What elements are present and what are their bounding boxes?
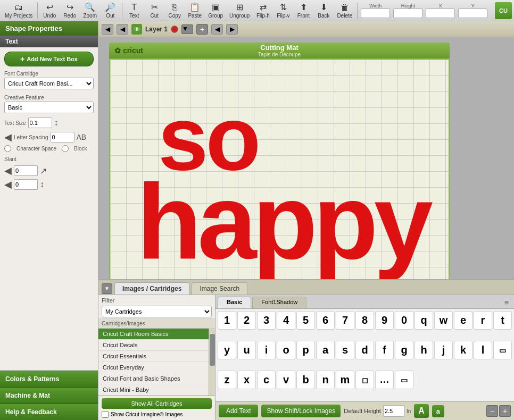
char-cell[interactable]: x	[237, 371, 256, 389]
layer-eye-button[interactable]: 👁	[131, 24, 142, 35]
colors-patterns-button[interactable]: Colors & Patterns	[0, 371, 98, 387]
char-cell[interactable]: b	[296, 371, 315, 389]
char-cell[interactable]: y	[218, 341, 236, 359]
list-item[interactable]: Cricut Craft Room Basics	[98, 329, 209, 340]
char-options-icon[interactable]: ≡	[501, 297, 512, 308]
char-space-radio[interactable]	[4, 145, 11, 152]
list-item[interactable]: Cricut Font and Basic Shapes	[98, 373, 209, 384]
flip-h-button[interactable]: ⇄ Flip-h	[253, 1, 272, 20]
block-space-radio[interactable]	[62, 145, 69, 152]
y-input[interactable]	[458, 9, 487, 18]
delete-button[interactable]: 🗑 Delete	[334, 1, 355, 20]
aa-lowercase-button[interactable]: a	[432, 405, 444, 417]
char-cell[interactable]: g	[395, 341, 413, 359]
cutting-mat-body[interactable]: so happy	[109, 58, 450, 279]
tab-images-cartridges[interactable]: Images / Cartridges	[114, 282, 189, 295]
char-cell[interactable]: o	[277, 341, 295, 359]
canvas-text-happy[interactable]: happy	[137, 161, 429, 279]
char-cell[interactable]: f	[375, 341, 394, 359]
zoom-button[interactable]: 🔍 Zoom	[80, 1, 100, 20]
char-cell[interactable]: ◻	[355, 371, 374, 389]
cartridges-scrollbar[interactable]	[209, 329, 215, 396]
char-cell[interactable]: z	[218, 371, 236, 389]
shift-lock-button[interactable]: Show Shift/Lock Images	[261, 405, 341, 417]
undo-button[interactable]: ↩ Undo	[40, 1, 59, 20]
x-input[interactable]	[426, 9, 455, 18]
out-button[interactable]: 🔎 Out	[101, 1, 120, 20]
char-cell[interactable]: r	[474, 311, 492, 330]
redo-button[interactable]: ↪ Redo	[60, 1, 79, 20]
char-cell[interactable]: 4	[277, 311, 295, 330]
char-cell[interactable]: t	[493, 311, 512, 330]
char-cell[interactable]: v	[277, 371, 295, 389]
layer-collapse-button[interactable]: ◀	[102, 24, 113, 35]
flip-v-button[interactable]: ⇅ Flip-v	[273, 1, 293, 20]
list-item[interactable]: Cricut Essentials	[98, 351, 209, 362]
text-button[interactable]: T Text	[125, 1, 144, 20]
machine-mat-button[interactable]: Machine & Mat	[0, 387, 98, 404]
minus-button[interactable]: −	[486, 405, 498, 417]
list-item[interactable]: Cricut Everyday	[98, 362, 209, 373]
char-cell[interactable]: j	[434, 341, 453, 359]
char-cell[interactable]: ▭	[493, 341, 512, 359]
char-cell[interactable]: k	[454, 341, 472, 359]
default-height-input[interactable]	[383, 405, 404, 417]
text-size-input[interactable]	[28, 117, 52, 128]
slant-input-1[interactable]	[14, 165, 38, 176]
char-cell[interactable]: 1	[218, 311, 236, 330]
cut-button[interactable]: ✂ Cut	[145, 1, 164, 20]
char-cell[interactable]: 8	[355, 311, 374, 330]
creative-feature-select[interactable]: Basic	[4, 102, 94, 113]
front-button[interactable]: ⬆ Front	[294, 1, 313, 20]
char-cell[interactable]: h	[414, 341, 433, 359]
tab-image-search[interactable]: Image Search	[192, 282, 247, 295]
char-cell[interactable]: m	[336, 371, 354, 389]
cut-action-button[interactable]: CU	[495, 2, 512, 19]
list-item[interactable]: Cricut Mini - Baby	[98, 384, 209, 396]
char-tab-basic[interactable]: Basic	[218, 297, 251, 308]
add-new-text-box-button[interactable]: + Add New Text Box	[4, 52, 94, 66]
char-cell[interactable]: 5	[296, 311, 315, 330]
add-text-button[interactable]: Add Text	[219, 405, 258, 417]
font-cartridge-select[interactable]: Cricut Craft Room Basi...	[4, 78, 94, 89]
char-cell[interactable]: 7	[336, 311, 354, 330]
paste-button[interactable]: 📋 Paste	[185, 1, 204, 20]
char-cell[interactable]: 0	[395, 311, 413, 330]
width-input[interactable]	[361, 9, 390, 18]
char-cell[interactable]: 3	[257, 311, 276, 330]
char-cell[interactable]: q	[414, 311, 433, 330]
char-cell[interactable]: …	[375, 371, 394, 389]
char-cell[interactable]: n	[316, 371, 335, 389]
filter-select[interactable]: My Cartridges	[102, 306, 212, 317]
letter-spacing-input[interactable]	[51, 132, 74, 142]
char-cell[interactable]: w	[434, 311, 453, 330]
back-button[interactable]: ⬇ Back	[314, 1, 333, 20]
layer-back-button[interactable]: ◀	[117, 24, 128, 35]
layer-prev-button[interactable]: ◀	[211, 24, 223, 35]
char-cell[interactable]: d	[355, 341, 374, 359]
char-cell[interactable]: i	[257, 341, 276, 359]
char-cell[interactable]: l	[474, 341, 492, 359]
char-tab-font1shadow[interactable]: Font1Shadow	[252, 297, 306, 308]
show-cricut-imagine-checkbox[interactable]	[102, 411, 109, 418]
list-item[interactable]: Cricut Decals	[98, 340, 209, 351]
slant-input-2[interactable]	[14, 179, 38, 190]
char-cell[interactable]: 9	[375, 311, 394, 330]
char-cell[interactable]: 6	[316, 311, 335, 330]
copy-button[interactable]: ⎘ Copy	[165, 1, 184, 20]
char-cell[interactable]: p	[296, 341, 315, 359]
help-feedback-button[interactable]: Help & Feedback	[0, 404, 98, 420]
char-cell[interactable]: c	[257, 371, 276, 389]
bottom-collapse-button[interactable]: ▼	[102, 283, 112, 294]
char-cell[interactable]: 2	[237, 311, 256, 330]
char-cell[interactable]: s	[336, 341, 354, 359]
char-cell[interactable]: u	[237, 341, 256, 359]
height-input[interactable]	[393, 9, 422, 18]
my-projects-button[interactable]: 🗂 My Projects	[2, 1, 35, 20]
layer-dropdown[interactable]: ▼	[181, 24, 193, 34]
layer-add-button[interactable]: +	[196, 24, 208, 35]
show-all-cartridges-button[interactable]: Show All Cartridges	[102, 398, 212, 409]
aa-uppercase-button[interactable]: A	[414, 404, 429, 418]
char-cell[interactable]: ▭	[395, 371, 413, 389]
group-button[interactable]: ▣ Group	[205, 1, 226, 20]
